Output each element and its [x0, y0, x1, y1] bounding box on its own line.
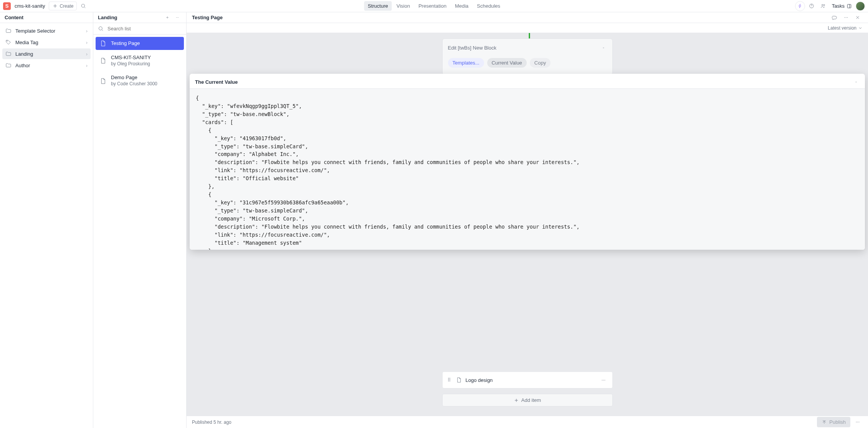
tab-media[interactable]: Media [451, 1, 472, 11]
project-name[interactable]: cms-kit-sanity [12, 3, 47, 9]
content-pane-title: Content [5, 15, 23, 20]
folder-icon [5, 51, 12, 57]
tab-schedules[interactable]: Schedules [473, 1, 504, 11]
chevron-right-icon: › [86, 63, 88, 68]
svg-point-4 [823, 5, 825, 6]
tab-presentation[interactable]: Presentation [415, 1, 450, 11]
svg-point-20 [450, 380, 450, 381]
comment-icon [832, 15, 837, 20]
sidebar-item-media-tag[interactable]: Media Tag › [2, 37, 91, 48]
svg-point-8 [177, 17, 177, 18]
plus-icon [52, 3, 58, 9]
search-icon [81, 3, 86, 9]
publish-button[interactable]: Publish [817, 417, 850, 427]
card-row-menu[interactable] [599, 375, 608, 385]
create-button[interactable]: Create [49, 2, 77, 10]
doc-subtitle: by Code Crusher 3000 [111, 81, 157, 87]
close-editor-button[interactable] [853, 13, 863, 23]
more-icon [601, 377, 606, 383]
tasks-label: Tasks [832, 3, 845, 9]
sanity-logo[interactable]: S [3, 2, 11, 10]
svg-point-25 [857, 422, 858, 423]
version-label[interactable]: Latest version [828, 25, 856, 31]
sidebar-item-label: Template Selector [15, 28, 55, 34]
pane-menu-button[interactable] [173, 13, 182, 22]
svg-point-0 [82, 4, 85, 7]
add-item-label: Add item [521, 397, 541, 403]
popover-code[interactable]: { "_key": "wfevkNqgp9ggIppl3QT_5", "_typ… [190, 88, 865, 250]
more-icon [843, 15, 849, 20]
search-icon [98, 26, 104, 32]
tab-structure[interactable]: Structure [364, 1, 392, 11]
editor-pane: Testing Page Latest version [187, 12, 868, 428]
doc-title: CMS-KIT-SANITY [111, 55, 151, 61]
svg-point-12 [846, 17, 847, 18]
chevron-right-icon: › [86, 40, 88, 45]
current-value-popover: The Current Value { "_key": "wfevkNqgp9g… [190, 74, 865, 250]
more-icon [175, 15, 179, 20]
search-input[interactable] [107, 25, 182, 32]
sidebar-item-template-selector[interactable]: Template Selector › [2, 25, 91, 36]
dialog-close-button[interactable] [600, 44, 607, 51]
svg-point-22 [603, 380, 604, 380]
footer-status: Published 5 hr. ago [192, 420, 231, 425]
document-icon [456, 377, 462, 383]
doc-title: Testing Page [111, 40, 140, 47]
svg-point-16 [450, 378, 450, 378]
popover-title: The Current Value [195, 79, 238, 85]
help-button[interactable] [807, 1, 817, 11]
editor-footer: Published 5 hr. ago Publish [187, 416, 868, 428]
users-icon [820, 3, 826, 9]
svg-point-7 [176, 17, 177, 18]
svg-point-9 [178, 17, 179, 18]
svg-point-21 [602, 380, 602, 380]
add-item-button[interactable]: Add item [442, 394, 613, 406]
avatar[interactable] [856, 2, 865, 11]
chip-copy[interactable]: Copy [530, 58, 551, 68]
chevron-right-icon: › [86, 51, 88, 57]
publish-icon [822, 420, 827, 425]
doc-item-testing-page[interactable]: Testing Page [96, 37, 184, 50]
tasks-button[interactable]: Tasks [830, 3, 854, 9]
editor-canvas: Edit [twBs] New Block Templates... Curre… [187, 33, 868, 416]
folder-icon [5, 62, 12, 68]
drag-handle[interactable] [446, 377, 452, 383]
tab-vision[interactable]: Vision [393, 1, 414, 11]
sidebar-item-author[interactable]: Author › [2, 60, 91, 71]
svg-point-18 [450, 379, 450, 380]
lightning-icon [798, 3, 802, 9]
svg-point-19 [448, 380, 448, 381]
sidebar-item-label: Author [15, 63, 30, 68]
svg-point-3 [822, 4, 823, 5]
close-icon [855, 15, 860, 20]
presence-button[interactable] [818, 1, 828, 11]
chevron-down-icon [858, 26, 863, 30]
spark-button[interactable] [795, 1, 805, 11]
cards-list-bottom: Logo design Add item [442, 372, 613, 406]
doc-item-demo-page[interactable]: Demo Page by Code Crusher 3000 [96, 71, 184, 90]
card-row-label: Logo design [466, 377, 493, 383]
chevron-right-icon: › [86, 28, 88, 34]
new-doc-button[interactable] [163, 13, 172, 22]
tag-icon [5, 39, 12, 45]
chip-current-value[interactable]: Current Value [487, 58, 527, 68]
document-icon [99, 40, 106, 47]
doc-item-cms-kit-sanity[interactable]: CMS-KIT-SANITY by Oleg Proskuring [96, 51, 184, 70]
chip-templates[interactable]: Templates... [448, 58, 484, 68]
comments-button[interactable] [830, 13, 840, 23]
popover-close-button[interactable] [853, 78, 860, 85]
nav-tabs: Structure Vision Presentation Media Sche… [364, 1, 504, 11]
editor-menu-button[interactable] [841, 13, 851, 23]
sidebar-item-landing[interactable]: Landing › [2, 48, 91, 59]
search-button[interactable] [78, 1, 88, 11]
landing-pane: Landing Testing Page [93, 12, 187, 428]
content-pane: Content Template Selector › Media Tag › [0, 12, 93, 428]
card-row-logo-design[interactable]: Logo design [442, 372, 613, 388]
doc-subtitle: by Oleg Proskuring [111, 61, 151, 67]
help-icon [809, 3, 814, 9]
panel-icon [847, 3, 852, 9]
sidebar-item-label: Media Tag [15, 40, 38, 45]
document-icon [99, 57, 106, 64]
sidebar-item-label: Landing [15, 51, 33, 57]
footer-menu-button[interactable] [853, 417, 863, 427]
